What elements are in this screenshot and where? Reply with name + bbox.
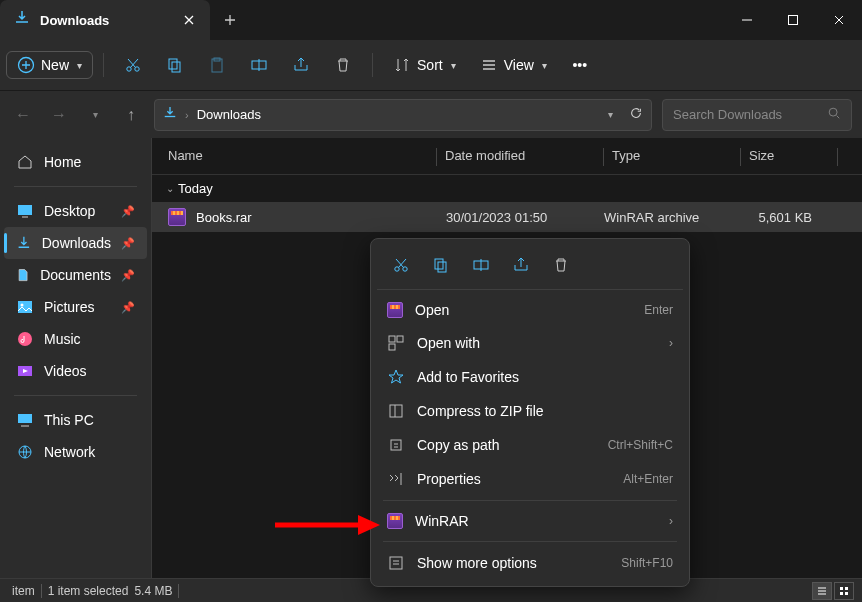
- ctx-open[interactable]: Open Enter: [377, 294, 683, 326]
- thumbnails-view-button[interactable]: [834, 582, 854, 600]
- back-button[interactable]: ←: [10, 102, 36, 128]
- close-window-button[interactable]: [816, 0, 862, 40]
- svg-rect-5: [172, 62, 180, 72]
- svg-point-12: [21, 304, 24, 307]
- status-size: 5.4 MB: [134, 584, 172, 598]
- rename-button[interactable]: [240, 50, 278, 80]
- ctx-winrar[interactable]: WinRAR ›: [377, 505, 683, 537]
- details-view-button[interactable]: [812, 582, 832, 600]
- download-icon: [14, 10, 30, 30]
- titlebar: Downloads: [0, 0, 862, 40]
- file-row[interactable]: Books.rar 30/01/2023 01:50 WinRAR archiv…: [152, 202, 862, 232]
- sort-label: Sort: [417, 57, 443, 73]
- close-icon[interactable]: [182, 13, 196, 27]
- copy-button[interactable]: [156, 50, 194, 80]
- sort-button[interactable]: Sort ▾: [383, 50, 466, 80]
- sidebar-item-pictures[interactable]: Pictures 📌: [4, 291, 147, 323]
- pc-icon: [16, 411, 34, 429]
- chevron-down-icon[interactable]: ▾: [608, 109, 613, 120]
- file-size: 5,601 KB: [732, 210, 812, 225]
- pin-icon: 📌: [121, 269, 135, 282]
- sidebar-item-this-pc[interactable]: This PC: [4, 404, 147, 436]
- new-button[interactable]: New ▾: [6, 51, 93, 79]
- address-bar[interactable]: › Downloads ▾: [154, 99, 652, 131]
- separator: [383, 541, 677, 542]
- address-row: ← → ▾ ↑ › Downloads ▾: [0, 90, 862, 138]
- paste-button[interactable]: [198, 50, 236, 80]
- ctx-compress[interactable]: Compress to ZIP file: [377, 394, 683, 428]
- svg-point-13: [18, 332, 32, 346]
- ctx-properties[interactable]: Properties Alt+Enter: [377, 462, 683, 496]
- sidebar-item-downloads[interactable]: Downloads 📌: [4, 227, 147, 259]
- more-button[interactable]: •••: [561, 50, 599, 80]
- ctx-shortcut: Ctrl+Shift+C: [608, 438, 673, 452]
- tab-title: Downloads: [40, 13, 172, 28]
- sidebar-item-desktop[interactable]: Desktop 📌: [4, 195, 147, 227]
- column-name[interactable]: Name: [168, 148, 428, 166]
- sidebar-item-videos[interactable]: Videos: [4, 355, 147, 387]
- ctx-favorites[interactable]: Add to Favorites: [377, 360, 683, 394]
- sidebar-item-home[interactable]: Home: [4, 146, 147, 178]
- view-button[interactable]: View ▾: [470, 50, 557, 80]
- download-icon: [16, 234, 32, 252]
- breadcrumb[interactable]: Downloads: [197, 107, 261, 122]
- ctx-shortcut: Enter: [644, 303, 673, 317]
- document-icon: [16, 266, 30, 284]
- sidebar-item-documents[interactable]: Documents 📌: [4, 259, 147, 291]
- search-icon: [827, 106, 841, 124]
- ctx-shortcut: Shift+F10: [621, 556, 673, 570]
- network-icon: [16, 443, 34, 461]
- videos-icon: [16, 362, 34, 380]
- rar-icon: [387, 302, 403, 318]
- separator: [383, 500, 677, 501]
- separator: [103, 53, 104, 77]
- minimize-button[interactable]: [724, 0, 770, 40]
- music-icon: [16, 330, 34, 348]
- ctx-delete-button[interactable]: [543, 249, 579, 281]
- zip-icon: [387, 402, 405, 420]
- pictures-icon: [16, 298, 34, 316]
- refresh-button[interactable]: [629, 106, 643, 124]
- ctx-copy-path[interactable]: Copy as path Ctrl+Shift+C: [377, 428, 683, 462]
- chevron-down-icon[interactable]: ▾: [82, 102, 108, 128]
- group-header[interactable]: ⌄ Today: [152, 175, 862, 202]
- paste-icon: [208, 56, 226, 74]
- ctx-cut-button[interactable]: [383, 249, 419, 281]
- separator: [372, 53, 373, 77]
- sidebar-item-network[interactable]: Network: [4, 436, 147, 468]
- svg-rect-17: [840, 587, 843, 590]
- up-button[interactable]: ↑: [118, 102, 144, 128]
- search-input[interactable]: [673, 107, 819, 122]
- sidebar-item-music[interactable]: Music: [4, 323, 147, 355]
- scissors-icon: [124, 56, 142, 74]
- share-button[interactable]: [282, 50, 320, 80]
- svg-rect-23: [435, 259, 443, 269]
- ctx-more-options[interactable]: Show more options Shift+F10: [377, 546, 683, 580]
- separator: [14, 395, 137, 396]
- delete-button[interactable]: [324, 50, 362, 80]
- ctx-copy-button[interactable]: [423, 249, 459, 281]
- cut-button[interactable]: [114, 50, 152, 80]
- new-tab-button[interactable]: [210, 0, 250, 40]
- column-size[interactable]: Size: [749, 148, 829, 166]
- sidebar-item-label: Desktop: [44, 203, 95, 219]
- ctx-open-with[interactable]: Open with ›: [377, 326, 683, 360]
- column-modified[interactable]: Date modified: [445, 148, 595, 166]
- file-type: WinRAR archive: [604, 210, 732, 225]
- trash-icon: [334, 56, 352, 74]
- chevron-down-icon: ▾: [451, 60, 456, 71]
- maximize-button[interactable]: [770, 0, 816, 40]
- tab-downloads[interactable]: Downloads: [0, 0, 210, 40]
- search-box[interactable]: [662, 99, 852, 131]
- column-headers: Name Date modified Type Size: [152, 138, 862, 175]
- svg-rect-0: [789, 16, 798, 25]
- status-count: item: [12, 584, 35, 598]
- svg-point-9: [829, 108, 837, 116]
- properties-icon: [387, 470, 405, 488]
- ctx-share-button[interactable]: [503, 249, 539, 281]
- forward-button[interactable]: →: [46, 102, 72, 128]
- ctx-rename-button[interactable]: [463, 249, 499, 281]
- sidebar-item-label: Videos: [44, 363, 87, 379]
- column-type[interactable]: Type: [612, 148, 732, 166]
- sort-icon: [393, 56, 411, 74]
